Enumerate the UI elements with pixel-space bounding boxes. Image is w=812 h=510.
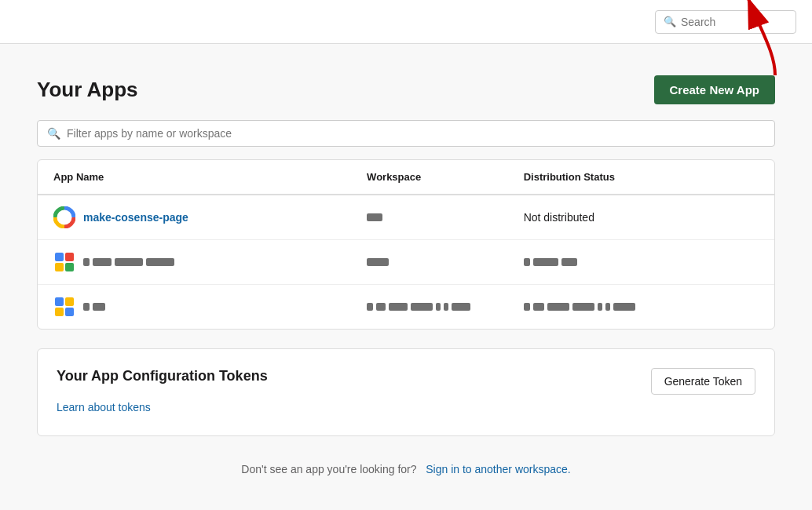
- app-name-cell: [53, 296, 367, 318]
- app-name-text[interactable]: make-cosense-page: [83, 211, 188, 224]
- app-name-redacted-2: [83, 303, 105, 311]
- footer-text-before: Don't see an app you're looking for?: [241, 463, 416, 475]
- filter-search-icon: 🔍: [47, 127, 60, 140]
- page-title: Your Apps: [37, 78, 138, 102]
- svg-point-2: [60, 213, 68, 221]
- app-workspace-1: [367, 256, 524, 268]
- create-new-app-button[interactable]: Create New App: [654, 75, 775, 104]
- search-icon: 🔍: [664, 16, 676, 27]
- learn-about-tokens-link[interactable]: Learn about tokens: [57, 401, 755, 413]
- table-header: App Name Workspace Distribution Status: [38, 160, 774, 195]
- app-status-0: Not distributed: [524, 211, 759, 224]
- app-name-cell: make-cosense-page: [53, 206, 367, 228]
- app-icon-small-squares: [53, 296, 75, 318]
- page-header: Your Apps Create New App: [37, 75, 775, 104]
- app-status-1: [524, 256, 759, 268]
- table-row: [38, 240, 774, 285]
- tokens-header: Your App Configuration Tokens Generate T…: [57, 368, 755, 395]
- sign-in-to-workspace-link[interactable]: Sign in to another workspace.: [426, 463, 570, 475]
- app-status-2: [524, 301, 759, 313]
- search-input[interactable]: [681, 16, 788, 28]
- app-workspace-2: [367, 301, 524, 313]
- search-box[interactable]: 🔍: [655, 10, 796, 34]
- apps-table-card: App Name Workspace Distribution Status: [37, 159, 775, 330]
- app-name-redacted: [83, 258, 174, 266]
- app-workspace-0: [367, 211, 524, 224]
- filter-input[interactable]: [67, 127, 765, 140]
- tokens-title: Your App Configuration Tokens: [57, 368, 268, 384]
- main-content: Your Apps Create New App 🔍 App Name Work…: [21, 44, 791, 510]
- col-workspace: Workspace: [367, 171, 524, 183]
- app-name-cell: [53, 251, 367, 273]
- app-icon-squares: [53, 251, 75, 273]
- footer: Don't see an app you're looking for? Sig…: [37, 455, 775, 491]
- generate-token-button[interactable]: Generate Token: [651, 368, 755, 395]
- app-icon-cosense: [53, 206, 75, 228]
- table-row: make-cosense-page Not distributed: [38, 195, 774, 240]
- col-app-name: App Name: [53, 171, 367, 183]
- tokens-card: Your App Configuration Tokens Generate T…: [37, 348, 775, 436]
- top-nav: 🔍: [0, 0, 812, 44]
- col-distribution-status: Distribution Status: [524, 171, 759, 183]
- table-row: [38, 285, 774, 329]
- filter-container: 🔍: [37, 120, 775, 147]
